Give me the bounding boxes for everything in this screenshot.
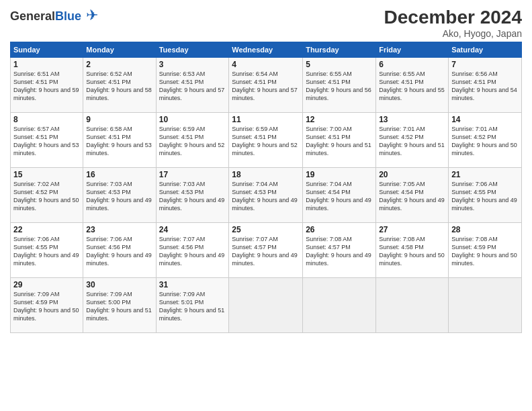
- day-number: 23: [86, 225, 152, 234]
- weekday-header-cell: Tuesday: [156, 42, 229, 58]
- calendar-day-cell: 15 Sunrise: 7:02 AM Sunset: 4:52 PM Dayl…: [11, 168, 83, 223]
- day-number: 26: [306, 225, 373, 234]
- day-number: 11: [232, 115, 300, 124]
- day-number: 25: [232, 225, 300, 234]
- day-info: Sunrise: 7:06 AM Sunset: 4:56 PM Dayligh…: [86, 235, 152, 268]
- day-number: 19: [306, 170, 373, 179]
- day-number: 8: [13, 115, 80, 124]
- calendar-day-cell: 5 Sunrise: 6:55 AM Sunset: 4:51 PM Dayli…: [303, 58, 376, 113]
- calendar-day-cell: 20 Sunrise: 7:05 AM Sunset: 4:54 PM Dayl…: [376, 168, 449, 223]
- day-info: Sunrise: 7:03 AM Sunset: 4:53 PM Dayligh…: [159, 180, 226, 213]
- day-number: 17: [159, 170, 226, 179]
- calendar-container: GeneralBlue ✈ December 2024 Ako, Hyogo, …: [0, 0, 532, 336]
- day-info: Sunrise: 6:59 AM Sunset: 4:51 PM Dayligh…: [159, 125, 226, 158]
- calendar-day-cell: 28 Sunrise: 7:08 AM Sunset: 4:59 PM Dayl…: [449, 223, 522, 278]
- calendar-day-cell: 12 Sunrise: 7:00 AM Sunset: 4:51 PM Dayl…: [303, 113, 376, 168]
- calendar-day-cell: 16 Sunrise: 7:03 AM Sunset: 4:53 PM Dayl…: [83, 168, 156, 223]
- day-info: Sunrise: 6:57 AM Sunset: 4:51 PM Dayligh…: [13, 125, 80, 158]
- day-info: Sunrise: 7:09 AM Sunset: 5:01 PM Dayligh…: [159, 290, 226, 323]
- weekday-header-cell: Saturday: [449, 42, 522, 58]
- calendar-day-cell: 30 Sunrise: 7:09 AM Sunset: 5:00 PM Dayl…: [83, 278, 156, 333]
- day-number: 14: [451, 115, 519, 124]
- day-info: Sunrise: 7:00 AM Sunset: 4:51 PM Dayligh…: [306, 125, 373, 158]
- calendar-day-cell: [303, 278, 376, 333]
- day-info: Sunrise: 7:06 AM Sunset: 4:55 PM Dayligh…: [451, 180, 519, 213]
- day-number: 1: [13, 60, 80, 69]
- calendar-day-cell: 29 Sunrise: 7:09 AM Sunset: 4:59 PM Dayl…: [11, 278, 83, 333]
- day-number: 15: [13, 170, 80, 179]
- day-number: 21: [451, 170, 519, 179]
- calendar-day-cell: 24 Sunrise: 7:07 AM Sunset: 4:56 PM Dayl…: [156, 223, 229, 278]
- calendar-day-cell: 13 Sunrise: 7:01 AM Sunset: 4:52 PM Dayl…: [376, 113, 449, 168]
- calendar-day-cell: 10 Sunrise: 6:59 AM Sunset: 4:51 PM Dayl…: [156, 113, 229, 168]
- day-info: Sunrise: 6:58 AM Sunset: 4:51 PM Dayligh…: [86, 125, 152, 158]
- logo-block: GeneralBlue ✈: [10, 7, 98, 24]
- location-title: Ako, Hyogo, Japan: [384, 28, 522, 39]
- day-info: Sunrise: 7:08 AM Sunset: 4:57 PM Dayligh…: [306, 235, 373, 268]
- day-info: Sunrise: 6:53 AM Sunset: 4:51 PM Dayligh…: [159, 70, 226, 103]
- day-number: 7: [451, 60, 519, 69]
- calendar-day-cell: 23 Sunrise: 7:06 AM Sunset: 4:56 PM Dayl…: [83, 223, 156, 278]
- day-info: Sunrise: 7:02 AM Sunset: 4:52 PM Dayligh…: [13, 180, 80, 213]
- calendar-day-cell: 25 Sunrise: 7:07 AM Sunset: 4:57 PM Dayl…: [229, 223, 303, 278]
- day-info: Sunrise: 7:08 AM Sunset: 4:59 PM Dayligh…: [451, 235, 519, 268]
- day-info: Sunrise: 7:05 AM Sunset: 4:54 PM Dayligh…: [379, 180, 445, 213]
- weekday-header-cell: Friday: [376, 42, 449, 58]
- day-info: Sunrise: 7:06 AM Sunset: 4:55 PM Dayligh…: [13, 235, 80, 268]
- day-info: Sunrise: 6:54 AM Sunset: 4:51 PM Dayligh…: [232, 70, 300, 103]
- calendar-day-cell: 19 Sunrise: 7:04 AM Sunset: 4:54 PM Dayl…: [303, 168, 376, 223]
- calendar-day-cell: 18 Sunrise: 7:04 AM Sunset: 4:53 PM Dayl…: [229, 168, 303, 223]
- day-info: Sunrise: 7:04 AM Sunset: 4:53 PM Dayligh…: [232, 180, 300, 213]
- calendar-week-row: 29 Sunrise: 7:09 AM Sunset: 4:59 PM Dayl…: [11, 278, 522, 333]
- day-number: 9: [86, 115, 152, 124]
- day-number: 12: [306, 115, 373, 124]
- calendar-day-cell: 8 Sunrise: 6:57 AM Sunset: 4:51 PM Dayli…: [11, 113, 83, 168]
- day-info: Sunrise: 7:07 AM Sunset: 4:57 PM Dayligh…: [232, 235, 300, 268]
- calendar-day-cell: 21 Sunrise: 7:06 AM Sunset: 4:55 PM Dayl…: [449, 168, 522, 223]
- calendar-day-cell: 9 Sunrise: 6:58 AM Sunset: 4:51 PM Dayli…: [83, 113, 156, 168]
- calendar-day-cell: 26 Sunrise: 7:08 AM Sunset: 4:57 PM Dayl…: [303, 223, 376, 278]
- day-info: Sunrise: 7:01 AM Sunset: 4:52 PM Dayligh…: [379, 125, 445, 158]
- calendar-day-cell: 4 Sunrise: 6:54 AM Sunset: 4:51 PM Dayli…: [229, 58, 303, 113]
- calendar-week-row: 1 Sunrise: 6:51 AM Sunset: 4:51 PM Dayli…: [11, 58, 522, 113]
- day-number: 22: [13, 225, 80, 234]
- day-number: 13: [379, 115, 445, 124]
- day-info: Sunrise: 7:09 AM Sunset: 5:00 PM Dayligh…: [86, 290, 152, 323]
- day-info: Sunrise: 6:51 AM Sunset: 4:51 PM Dayligh…: [13, 70, 80, 103]
- logo-general: General: [10, 9, 55, 23]
- calendar-day-cell: 11 Sunrise: 6:59 AM Sunset: 4:51 PM Dayl…: [229, 113, 303, 168]
- day-info: Sunrise: 7:09 AM Sunset: 4:59 PM Dayligh…: [13, 290, 80, 323]
- calendar-week-row: 22 Sunrise: 7:06 AM Sunset: 4:55 PM Dayl…: [11, 223, 522, 278]
- day-number: 27: [379, 225, 445, 234]
- day-number: 3: [159, 60, 226, 69]
- day-number: 16: [86, 170, 152, 179]
- day-info: Sunrise: 6:56 AM Sunset: 4:51 PM Dayligh…: [451, 70, 519, 103]
- calendar-day-cell: 17 Sunrise: 7:03 AM Sunset: 4:53 PM Dayl…: [156, 168, 229, 223]
- weekday-header-row: SundayMondayTuesdayWednesdayThursdayFrid…: [11, 42, 522, 58]
- day-info: Sunrise: 7:01 AM Sunset: 4:52 PM Dayligh…: [451, 125, 519, 158]
- calendar-table: SundayMondayTuesdayWednesdayThursdayFrid…: [10, 42, 522, 333]
- calendar-day-cell: 2 Sunrise: 6:52 AM Sunset: 4:51 PM Dayli…: [83, 58, 156, 113]
- day-info: Sunrise: 6:59 AM Sunset: 4:51 PM Dayligh…: [232, 125, 300, 158]
- calendar-week-row: 8 Sunrise: 6:57 AM Sunset: 4:51 PM Dayli…: [11, 113, 522, 168]
- calendar-day-cell: 31 Sunrise: 7:09 AM Sunset: 5:01 PM Dayl…: [156, 278, 229, 333]
- weekday-header-cell: Thursday: [303, 42, 376, 58]
- day-number: 10: [159, 115, 226, 124]
- calendar-day-cell: 14 Sunrise: 7:01 AM Sunset: 4:52 PM Dayl…: [449, 113, 522, 168]
- calendar-body: 1 Sunrise: 6:51 AM Sunset: 4:51 PM Dayli…: [11, 58, 522, 333]
- day-info: Sunrise: 6:52 AM Sunset: 4:51 PM Dayligh…: [86, 70, 152, 103]
- calendar-day-cell: 27 Sunrise: 7:08 AM Sunset: 4:58 PM Dayl…: [376, 223, 449, 278]
- day-info: Sunrise: 7:07 AM Sunset: 4:56 PM Dayligh…: [159, 235, 226, 268]
- logo-bird-icon: ✈: [86, 7, 98, 24]
- day-info: Sunrise: 7:03 AM Sunset: 4:53 PM Dayligh…: [86, 180, 152, 213]
- day-number: 18: [232, 170, 300, 179]
- day-number: 5: [306, 60, 373, 69]
- calendar-week-row: 15 Sunrise: 7:02 AM Sunset: 4:52 PM Dayl…: [11, 168, 522, 223]
- day-number: 2: [86, 60, 152, 69]
- day-info: Sunrise: 7:04 AM Sunset: 4:54 PM Dayligh…: [306, 180, 373, 213]
- day-number: 29: [13, 280, 80, 289]
- calendar-day-cell: 3 Sunrise: 6:53 AM Sunset: 4:51 PM Dayli…: [156, 58, 229, 113]
- calendar-day-cell: [229, 278, 303, 333]
- month-title: December 2024: [384, 7, 522, 28]
- title-block: December 2024 Ako, Hyogo, Japan: [384, 7, 522, 39]
